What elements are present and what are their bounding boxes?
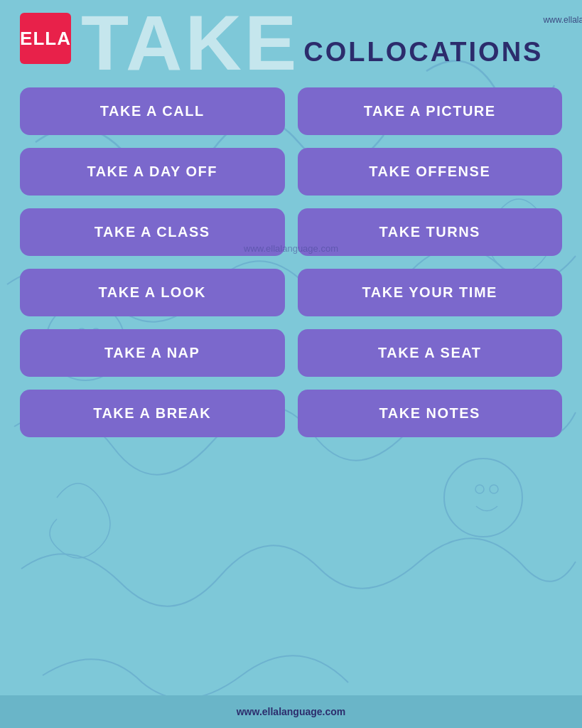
card-label-take-notes: TAKE NOTES bbox=[379, 405, 480, 422]
card-label-take-a-break: TAKE A BREAK bbox=[93, 405, 211, 422]
card-take-a-picture[interactable]: TAKE A PICTURE bbox=[298, 87, 563, 135]
svg-point-5 bbox=[490, 485, 498, 493]
title-area: TAKE COLLOCATIONS bbox=[81, 13, 543, 77]
card-label-take-a-day-off: TAKE A DAY OFF bbox=[87, 164, 217, 180]
card-take-a-call[interactable]: TAKE A CALL bbox=[20, 87, 285, 135]
card-label-take-a-class: TAKE A CLASS bbox=[95, 224, 210, 240]
card-label-take-a-look: TAKE A LOOK bbox=[99, 284, 206, 301]
svg-point-4 bbox=[475, 485, 484, 493]
watermark: www.ellalanguage.com bbox=[244, 243, 338, 254]
card-label-take-a-seat: TAKE A SEAT bbox=[378, 345, 481, 361]
logo-text: ELLA bbox=[20, 28, 71, 50]
card-take-a-break[interactable]: TAKE A BREAK bbox=[20, 390, 285, 437]
title-take: TAKE bbox=[81, 7, 299, 77]
card-label-take-turns: TAKE TURNS bbox=[379, 224, 480, 240]
card-take-a-nap[interactable]: TAKE A NAP bbox=[20, 329, 285, 377]
footer-website: www.ellalanguage.com bbox=[237, 706, 346, 717]
footer: www.ellalanguage.com bbox=[0, 695, 582, 728]
card-take-offense[interactable]: TAKE OFFENSE bbox=[298, 148, 563, 196]
card-take-a-seat[interactable]: TAKE A SEAT bbox=[298, 329, 563, 377]
card-label-take-offense: TAKE OFFENSE bbox=[369, 164, 490, 180]
card-take-a-day-off[interactable]: TAKE A DAY OFF bbox=[20, 148, 285, 196]
header: ELLA TAKE COLLOCATIONS www.ellalanguage.… bbox=[0, 0, 582, 77]
card-take-your-time[interactable]: TAKE YOUR TIME bbox=[298, 269, 563, 316]
website-top-right: www.ellalanguage.com bbox=[543, 13, 582, 26]
card-take-a-look[interactable]: TAKE A LOOK bbox=[20, 269, 285, 316]
card-label-take-a-picture: TAKE A PICTURE bbox=[364, 103, 496, 119]
card-label-take-a-call: TAKE A CALL bbox=[100, 103, 205, 119]
svg-point-3 bbox=[444, 459, 522, 537]
card-label-take-your-time: TAKE YOUR TIME bbox=[362, 284, 497, 301]
card-label-take-a-nap: TAKE A NAP bbox=[104, 345, 200, 361]
title-collocations: COLLOCATIONS bbox=[303, 37, 543, 68]
website-url-header: www.ellalanguage.com bbox=[543, 15, 582, 25]
card-take-notes[interactable]: TAKE NOTES bbox=[298, 390, 563, 437]
collocations-grid: TAKE A CALLTAKE A PICTURETAKE A DAY OFFT… bbox=[0, 80, 582, 437]
logo: ELLA bbox=[20, 13, 71, 64]
